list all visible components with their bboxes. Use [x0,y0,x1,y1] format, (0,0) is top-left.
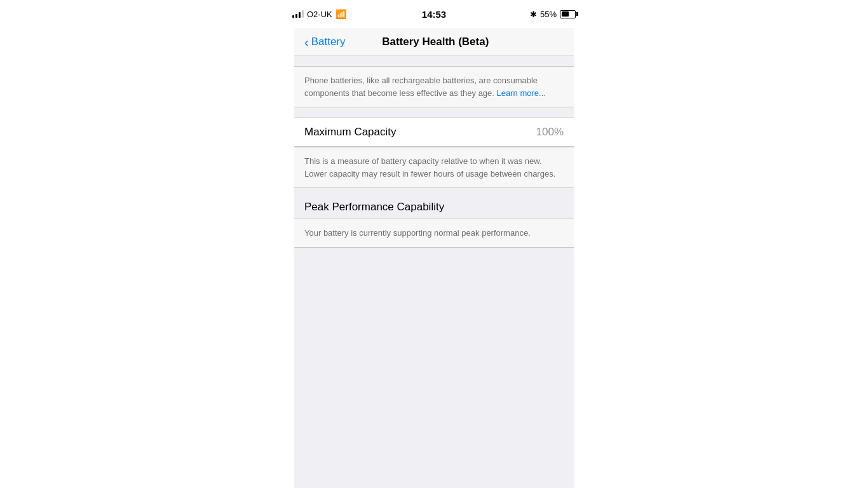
status-bar-right: ✱ 55% [530,10,576,19]
peak-performance-section: Your battery is currently supporting nor… [294,219,574,248]
battery-icon [560,10,576,18]
status-bar: O2-UK 📶 14:53 ✱ 55% [0,0,868,28]
carrier-label: O2-UK [307,10,332,19]
battery-fill [562,11,569,17]
nav-bar: ‹ Battery Battery Health (Beta) [294,28,574,56]
maximum-capacity-value: 100% [536,126,564,139]
chevron-left-icon: ‹ [304,36,309,48]
back-label: Battery [311,36,346,48]
status-bar-left: O2-UK 📶 [292,9,346,19]
info-section: Phone batteries, like all rechargeable b… [294,66,574,107]
maximum-capacity-label: Maximum Capacity [304,126,397,139]
bottom-spacer [294,248,574,258]
learn-more-link[interactable]: Learn more... [497,88,546,98]
peak-performance-header: Peak Performance Capability [294,188,574,219]
bluetooth-icon: ✱ [530,10,537,19]
battery-percent-label: 55% [540,10,557,19]
capacity-description-section: This is a measure of battery capacity re… [294,147,574,188]
time-label: 14:53 [422,9,446,20]
maximum-capacity-row: Maximum Capacity 100% [294,118,574,147]
peak-performance-text: Your battery is currently supporting nor… [304,227,564,240]
content-area: Phone batteries, like all rechargeable b… [294,56,574,488]
signal-icon [292,10,304,18]
maximum-capacity-section: Maximum Capacity 100% [294,118,574,147]
info-text: Phone batteries, like all rechargeable b… [304,74,564,99]
back-button[interactable]: ‹ Battery [304,36,346,48]
wifi-icon: 📶 [336,9,346,19]
page-title: Battery Health (Beta) [346,36,526,48]
capacity-description-text: This is a measure of battery capacity re… [304,155,564,180]
